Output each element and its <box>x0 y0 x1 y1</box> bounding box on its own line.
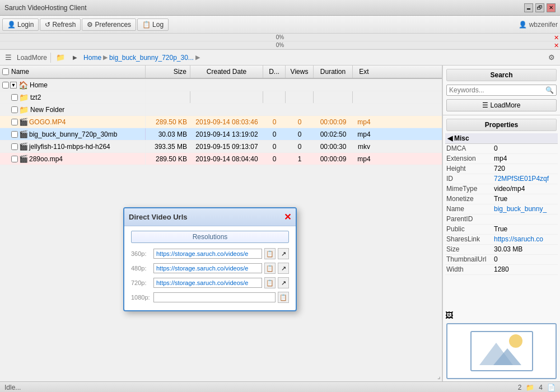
col-header-name[interactable]: Name <box>0 66 146 78</box>
home-icon: 🏠 <box>18 81 28 90</box>
thumbnail-svg <box>468 329 535 374</box>
copy-button-720[interactable]: 📋 <box>264 277 276 288</box>
row-checkbox[interactable] <box>11 106 18 113</box>
table-row[interactable]: 🎬 GOGO.MP4 289.50 KB 2019-09-14 08:03:46… <box>0 116 442 128</box>
url-input-1080[interactable] <box>153 292 276 302</box>
row-size <box>146 91 190 103</box>
resize-handle[interactable]: ⌟ <box>436 371 442 381</box>
col-header-duration[interactable]: Duration <box>314 66 353 78</box>
row-date <box>190 91 263 103</box>
select-all-checkbox[interactable] <box>2 68 9 75</box>
resolutions-label: Resolutions <box>131 231 289 243</box>
copy-button-1080[interactable]: 📋 <box>278 292 289 303</box>
log-button[interactable]: 📋 Log <box>137 18 169 31</box>
dialog-close-button[interactable]: ✕ <box>284 212 291 222</box>
properties-table: ◀ Misc DMCA 0 Extension mp4 Height 720 <box>443 133 560 310</box>
prop-key: MimeType <box>446 185 494 193</box>
preferences-button[interactable]: ⚙ Preferences <box>82 18 136 31</box>
props-section-header[interactable]: ◀ Misc <box>445 133 558 144</box>
folder-icon[interactable]: 📁 <box>54 52 67 64</box>
open-button-360[interactable]: ↗ <box>278 248 289 259</box>
prop-value: 1280 <box>494 265 557 273</box>
username: wbzenifer <box>529 21 558 29</box>
expand-button[interactable]: ▼ <box>10 82 17 88</box>
prop-key: Height <box>446 165 494 172</box>
search-panel: Search 🔍 ☰ LoadMore <box>443 66 560 115</box>
prop-value: video/mp4 <box>494 185 557 193</box>
dialog-title: Direct Video Urls <box>129 213 188 221</box>
minimize-button[interactable]: 🗕 <box>524 3 533 12</box>
table-header: Name Size Created Date D... Views Durati… <box>0 66 442 79</box>
row-checkbox[interactable] <box>11 143 18 150</box>
row-date: 2019-09-15 09:13:07 <box>190 143 263 151</box>
col-header-ext[interactable]: Ext <box>353 66 375 78</box>
row-d <box>263 91 286 103</box>
prop-row: Name big_buck_bunny_ <box>445 204 558 214</box>
progress-bar-1: 0% ✕ <box>0 34 560 41</box>
row-duration <box>314 91 353 103</box>
progress-close-1[interactable]: ✕ <box>554 34 559 41</box>
resolution-label-720: 720p: <box>131 279 151 286</box>
search-loadmore-button[interactable]: ☰ LoadMore <box>446 99 557 111</box>
row-checkbox[interactable] <box>11 156 18 162</box>
progress-bar-2: 0% ✕ <box>0 41 560 49</box>
row-d: 0 <box>263 143 286 151</box>
direct-urls-dialog[interactable]: Direct Video Urls ✕ Resolutions 360p: 📋 … <box>123 207 297 311</box>
prop-key: Size <box>446 245 494 253</box>
row-checkbox[interactable] <box>2 82 9 88</box>
row-checkbox[interactable] <box>11 131 18 138</box>
loadmore-icon: ☰ <box>482 101 488 109</box>
col-header-size[interactable]: Size <box>146 66 190 78</box>
properties-panel: Properties ◀ Misc DMCA 0 Extension mp4 H… <box>443 115 560 381</box>
folder-icon: 📁 <box>19 105 29 114</box>
search-icon[interactable]: 🔍 <box>545 86 554 94</box>
restore-button[interactable]: 🗗 <box>535 3 544 12</box>
row-duration: 00:00:09 <box>314 118 353 126</box>
prop-row: Height 720 <box>445 164 558 174</box>
copy-button-480[interactable]: 📋 <box>264 263 276 274</box>
breadcrumb-home[interactable]: Home <box>83 54 101 62</box>
loadmore-label: LoadMore <box>17 54 47 62</box>
copy-button-360[interactable]: 📋 <box>264 248 276 259</box>
url-input-480[interactable] <box>153 263 262 273</box>
prop-key: Monetize <box>446 195 494 203</box>
table-row[interactable]: 🎬 big_buck_bunny_720p_30mb 30.03 MB 2019… <box>0 128 442 141</box>
settings-icon[interactable]: ⚙ <box>545 52 558 64</box>
close-button[interactable]: ✕ <box>547 3 556 12</box>
url-input-360[interactable] <box>153 249 262 259</box>
prop-row: Extension mp4 <box>445 154 558 164</box>
prop-row: Monetize True <box>445 194 558 204</box>
row-d: 0 <box>263 118 286 126</box>
file-name: jellyfish-110-mbps-hd-h264 <box>29 143 110 151</box>
row-checkbox[interactable] <box>11 119 18 125</box>
menu-icon[interactable]: ☰ <box>2 52 15 64</box>
table-row[interactable]: 🎬 289oo.mp4 289.50 KB 2019-09-14 08:04:4… <box>0 153 442 165</box>
row-checkbox[interactable] <box>11 94 18 101</box>
preferences-icon: ⚙ <box>87 21 93 29</box>
col-header-views[interactable]: Views <box>286 66 314 78</box>
col-header-d[interactable]: D... <box>263 66 286 78</box>
refresh-button[interactable]: ↺ Refresh <box>40 18 81 31</box>
table-row[interactable]: 📁 tzt2 <box>0 91 442 104</box>
row-d: 0 <box>263 155 286 163</box>
prop-row: ParentID <box>445 214 558 225</box>
thumbnail-expand-icon[interactable]: 🖼 <box>445 311 453 320</box>
row-d: 0 <box>263 130 286 138</box>
url-input-720[interactable] <box>153 278 262 288</box>
breadcrumb-current[interactable]: big_buck_bunny_720p_30... <box>109 54 194 62</box>
open-button-480[interactable]: ↗ <box>278 263 289 274</box>
col-header-date[interactable]: Created Date <box>190 66 263 78</box>
row-size: 393.35 MB <box>146 143 190 151</box>
table-row[interactable]: ▼ 🏠 Home <box>0 79 442 91</box>
table-row[interactable]: 🎬 jellyfish-110-mbps-hd-h264 393.35 MB 2… <box>0 141 442 153</box>
table-row[interactable]: 📁 New Folder <box>0 104 442 116</box>
row-ext: mkv <box>353 143 375 151</box>
file-name: GOGO.MP4 <box>29 118 66 126</box>
progress-close-2[interactable]: ✕ <box>554 42 559 49</box>
login-icon: 👤 <box>7 21 16 29</box>
row-date: 2019-09-14 08:03:46 <box>190 118 263 126</box>
prop-row: SharesLink https://saruch.co <box>445 235 558 245</box>
login-button[interactable]: 👤 Login <box>2 18 39 31</box>
search-input[interactable] <box>449 86 545 94</box>
open-button-720[interactable]: ↗ <box>278 277 289 288</box>
